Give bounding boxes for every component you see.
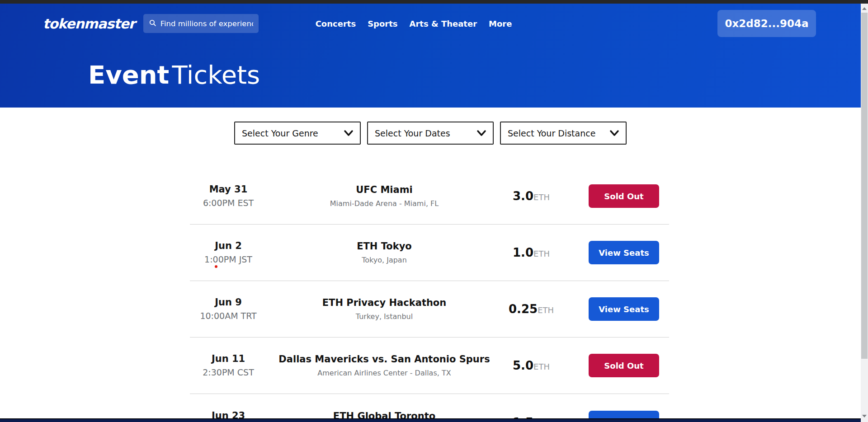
event-date-block: Jun 11 2:30PM CST [190,353,267,378]
event-row: Jun 2 1:00PM JST ETH Tokyo Tokyo, Japan … [190,225,669,281]
event-date-block: May 31 6:00PM EST [190,184,267,208]
genre-select[interactable]: Select Your Genre [234,122,361,145]
scrollbar-up-arrow-icon[interactable] [861,5,868,13]
chevron-down-icon [610,130,619,136]
event-row: Jun 9 10:00AM TRT ETH Privacy Hackathon … [190,281,669,338]
event-list: May 31 6:00PM EST UFC Miami Miami-Dade A… [190,168,669,422]
event-cost: 5.0 [513,359,533,372]
event-name: ETH Tokyo [267,241,502,252]
event-price-block: 1.0ETH [502,246,579,259]
event-name: UFC Miami [267,184,502,195]
nav-link-sports[interactable]: Sports [368,19,397,28]
event-action-button[interactable]: View Seats [589,297,659,321]
nav-links: Concerts Sports Arts & Theater More [316,19,512,28]
dates-select[interactable]: Select Your Dates [367,122,494,145]
event-price-block: 0.25ETH [502,302,579,316]
event-info-block: ETH Tokyo Tokyo, Japan [267,241,502,264]
brand-logo[interactable]: tokenmaster [43,16,135,32]
event-time: 6:00PM EST [190,198,267,208]
distance-select-label: Select Your Distance [508,128,595,138]
wallet-address-button[interactable]: 0x2d82...904a [717,10,816,37]
scrollbar-down-arrow-icon[interactable] [861,412,868,420]
event-action-button[interactable]: Sold Out [589,184,659,208]
event-action-button[interactable]: View Seats [589,241,659,264]
dates-select-label: Select Your Dates [375,128,450,138]
nav-link-concerts[interactable]: Concerts [316,19,356,28]
window-top-edge [0,0,868,4]
event-location: American Airlines Center - Dallas, TX [267,369,502,377]
search-icon [149,19,156,28]
event-info-block: UFC Miami Miami-Dade Arena - Miami, FL [267,184,502,208]
header: tokenmaster Concerts Sports Arts & Theat… [0,4,861,108]
event-time: 1:00PM JST [190,254,267,265]
event-currency: ETH [533,249,550,258]
event-row: Jun 11 2:30PM CST Dallas Mavericks vs. S… [190,338,669,394]
event-date-block: Jun 9 10:00AM TRT [190,297,267,321]
event-currency: ETH [538,305,554,315]
search-input[interactable] [160,19,253,28]
event-action-block: Sold Out [579,184,669,208]
event-currency: ETH [533,362,550,371]
event-info-block: Dallas Mavericks vs. San Antonio Spurs A… [267,354,502,377]
event-location: Turkey, Istanbul [267,312,502,321]
scrollbar-thumb[interactable] [861,13,868,359]
event-cost: 1.0 [513,246,533,259]
event-date: May 31 [190,184,267,195]
event-currency: ETH [533,192,550,202]
event-action-block: View Seats [579,241,669,264]
filter-bar: Select Your Genre Select Your Dates Sele… [0,122,861,145]
event-time: 2:30PM CST [190,367,267,378]
vertical-scrollbar[interactable] [861,4,868,422]
page-title-light: Tickets [172,60,260,89]
event-price-block: 5.0ETH [502,359,579,372]
event-date-block: Jun 2 1:00PM JST [190,240,267,265]
event-location: Miami-Dade Arena - Miami, FL [267,199,502,208]
window-bottom-edge [0,418,861,422]
recording-dot-artifact [215,265,217,268]
page-title-bold: Event [88,60,169,89]
search-box[interactable] [143,14,259,33]
event-name: ETH Privacy Hackathon [267,297,502,308]
event-action-block: Sold Out [579,354,669,377]
event-row: May 31 6:00PM EST UFC Miami Miami-Dade A… [190,168,669,225]
genre-select-label: Select Your Genre [242,128,318,138]
event-time: 10:00AM TRT [190,311,267,321]
event-location: Tokyo, Japan [267,256,502,264]
event-price-block: 3.0ETH [502,189,579,203]
event-action-block: View Seats [579,297,669,321]
event-cost: 0.25 [509,302,538,316]
event-date: Jun 9 [190,297,267,308]
nav-link-arts-theater[interactable]: Arts & Theater [410,19,477,28]
distance-select[interactable]: Select Your Distance [500,122,627,145]
event-name: Dallas Mavericks vs. San Antonio Spurs [267,354,502,365]
event-date: Jun 11 [190,353,267,364]
event-date: Jun 2 [190,240,267,251]
event-action-button[interactable]: Sold Out [589,354,659,377]
event-info-block: ETH Privacy Hackathon Turkey, Istanbul [267,297,502,321]
page-title: EventTickets [88,62,861,88]
event-cost: 3.0 [513,189,533,203]
nav-link-more[interactable]: More [489,19,512,28]
chevron-down-icon [477,130,486,136]
chevron-down-icon [344,130,353,136]
event-row: Jun 23 ETH Global Toronto 1.5ETH View Se… [190,394,669,422]
navbar: tokenmaster Concerts Sports Arts & Theat… [0,4,861,43]
